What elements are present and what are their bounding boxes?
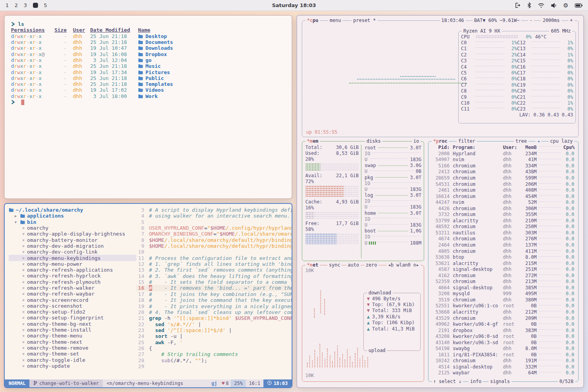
process-row[interactable]: 16614chromiumdhh454M0.0 [430,193,577,200]
process-row[interactable]: 4426chromiumdhh306M0.0 [430,205,577,212]
code-line[interactable]: 25 awk -F, ' [136,339,292,345]
tree-file[interactable]: ∗omarchy-theme-bg-next [9,321,136,327]
code-line[interactable]: 14# 3. `awk` does the heavy lifting of f… [136,273,292,279]
process-row[interactable]: 43140kworker/u96:3-sdroot0B0.0 [430,339,577,346]
process-row[interactable]: 53211nautilusdhh303M0.0 [430,230,577,236]
code-line[interactable]: 13# 2. The first `sed` removes comments … [136,267,292,273]
process-row[interactable]: 54531chromiumdhh206M0.0 [430,181,577,187]
terminal-prompt-line-2[interactable] [11,99,292,105]
tree-file[interactable]: ∗omarchy-toggle-idle [9,357,136,363]
code-line[interactable]: 11# Process the configuration file to ex… [136,255,292,261]
tree-file[interactable]: ∗omarchy-theme-next [9,339,136,345]
code-line[interactable]: 4# using walker for an interactive searc… [136,213,292,219]
code-line[interactable]: 12# 1. `grep` finds all lines starting w… [136,261,292,267]
signals-hint[interactable]: signals [488,379,512,385]
proc-box-title[interactable]: *proc [432,138,449,144]
code-line[interactable]: 24 sort -u | [136,333,292,339]
sort-column[interactable]: cpu lazy [548,138,574,144]
mem-box-title[interactable]: *mem [305,138,320,144]
process-row[interactable]: 3732chromiumdhh355M0.0 [430,211,577,218]
process-row[interactable]: 2464chromiumdhh137M0.0 [430,242,577,248]
filter-button[interactable]: filter [457,138,477,144]
code-line[interactable]: 5 [136,219,292,225]
process-row[interactable]: 5166chromiumdhh334M0.0 [430,163,577,169]
cpu-box-title[interactable]: *cpu [305,18,320,24]
process-column-header[interactable]: Cpu% [563,145,574,150]
process-row[interactable]: 28659chromiumdhh599M0.0 [430,175,577,181]
tree-file[interactable]: ∗omarchy-theme-install [9,327,136,333]
menu-button[interactable]: menu [328,18,343,24]
process-row[interactable]: 2191dropboxdhh383M0.0 [430,327,577,334]
process-column-header[interactable]: Program: [453,145,503,150]
process-row[interactable]: 4805chromiumdhh411M0.0 [430,248,577,254]
process-row[interactable]: 4674chromiumdhh276M0.0 [430,236,577,242]
code-line[interactable]: 9$HOME/.local/share/omarchy/default/hypr… [136,243,292,249]
sort-left-arrow-icon[interactable]: ◂ [535,138,541,144]
process-row[interactable]: 49962kworker/u96:4-gfroot0B0.0 [430,321,577,327]
process-row[interactable]: 43529chromiumdhh209M0.0 [430,315,577,321]
tree-file[interactable]: ∗omarchy-refresh-waybar [9,291,136,297]
tree-file[interactable]: ∗omarchy-setup-fingerprint [9,315,136,321]
process-row[interactable]: 3519chromiumdhh380M0.0 [430,297,577,303]
tree-file[interactable]: ∗omarchy-dev-config-link [9,249,136,255]
tree-file[interactable]: ∗omarchy-screenrecord [9,297,136,303]
process-row[interactable]: 53638btopdhh8.0M0.0 [430,254,577,260]
disks-title[interactable]: disks [365,138,382,144]
tree-file[interactable]: ∗omarchy-menu-keybindings [9,255,136,261]
code-line[interactable]: 22 sed 's/#.*//' | [136,321,292,327]
code-line[interactable]: 10 [136,249,292,255]
code-line[interactable]: 15# - It sets the field separator to a c… [136,279,292,285]
process-row[interactable]: 44247nvimdhh52M0.0 [430,199,577,205]
process-row[interactable]: 48592chromiumdhh250M0.0 [430,224,577,230]
tree-toggle[interactable]: tree [514,138,528,144]
process-row[interactable]: 2008Hyprlanddhh234M0.0 [430,151,577,157]
process-row[interactable]: 1611irq/81-PIXA3854:root0B0.0 [430,352,577,358]
io-mode-toggle[interactable]: io [412,138,421,144]
code-line[interactable]: 23 sed '/^[[:space:]]*$/d' | [136,327,292,333]
tree-file[interactable]: ∗omarchy-update [9,363,136,369]
process-row[interactable]: 10242chromiumdhh191M0.0 [430,358,577,364]
tree-file[interactable]: ∗omarchy-apple-display-brightness [9,231,136,237]
tree-file[interactable]: ∗omarchy-screenshot [9,303,136,309]
interval-decrease-button[interactable]: - [528,18,534,24]
preset-button[interactable]: preset * [352,18,377,24]
clock[interactable]: Saturday 18:03 [0,2,588,8]
process-row[interactable]: 43208kworker/u96:0-sdroot0B0.0 [430,333,577,339]
tree-file[interactable]: ∗omarchy-battery-monitor [9,237,136,243]
tree-file[interactable]: ∗omarchy [9,225,136,231]
tree-file[interactable]: ∗omarchy-menu-power [9,261,136,267]
process-column-header[interactable]: User: [503,145,519,150]
tree-root[interactable]: ~/.local/share/omarchy [9,207,136,213]
process-row[interactable]: 4587signal-desktopdhh251M0.0 [430,266,577,272]
code-line[interactable]: 19# - It prints everything in a nicely a… [136,303,292,309]
tree-file[interactable]: ∗omarchy-refresh-walker [9,285,136,291]
code-line[interactable]: 7OMARCHY_BINDINGS_CONF="$HOME/.local/sha… [136,231,292,237]
code-line[interactable]: 8$HOME/.local/share/omarchy/default/hypr… [136,237,292,243]
code-line[interactable]: 26{ [136,345,292,351]
process-row[interactable]: 4162chromiumdhh272M0.0 [430,272,577,279]
process-row[interactable]: 54198swaybgdhh8.0M0.0 [430,346,577,352]
process-column-header[interactable]: Pid: [432,145,450,150]
process-row[interactable]: 4514signal-desktopdhh332M0.0 [430,364,577,370]
code-line[interactable]: 29 [136,363,292,369]
process-row[interactable]: 52551kworker/u96:1-coroot0B0.0 [430,303,577,309]
code-line[interactable]: 3# A script to display Hyprland keybindi… [136,207,292,213]
process-row[interactable]: 52359chromiumdhh213M0.0 [430,278,577,285]
info-hint[interactable]: info [468,379,483,385]
process-row[interactable]: 2413chromiumdhh438M0.0 [430,169,577,175]
process-row[interactable]: 3208mysqld999495M0.0 [430,291,577,297]
tree-file[interactable]: ∗omarchy-theme-set [9,351,136,357]
tree-folder-bin[interactable]: ▾bin [9,219,136,225]
code-line[interactable]: 21grep -h '^[[:space:]]*bind' $USER_HYPR… [136,315,292,321]
tree-file[interactable]: ∗omarchy-setup-fido2 [9,309,136,315]
tree-file[interactable]: ∗omarchy-refresh-hyprlock [9,273,136,279]
tree-file[interactable]: ∗omarchy-theme-remove [9,345,136,351]
code-line[interactable]: 16# - It removes the 'bind... =' part fr… [136,285,292,291]
process-row[interactable]: 53668alacrittydhh212M0.0 [430,309,577,315]
tree-folder-applications[interactable]: ▸applications [9,213,136,219]
code-line[interactable]: 27 # Strip trailing comments [136,351,292,357]
process-row[interactable]: 53621alacrittydhh215M0.0 [430,260,577,267]
code-line[interactable]: 20# 4. The final `sed` cleans up any lef… [136,309,292,315]
process-column-header[interactable]: MemB [519,145,537,150]
process-row[interactable]: 54907nvimdhh41M0.0 [430,157,577,163]
